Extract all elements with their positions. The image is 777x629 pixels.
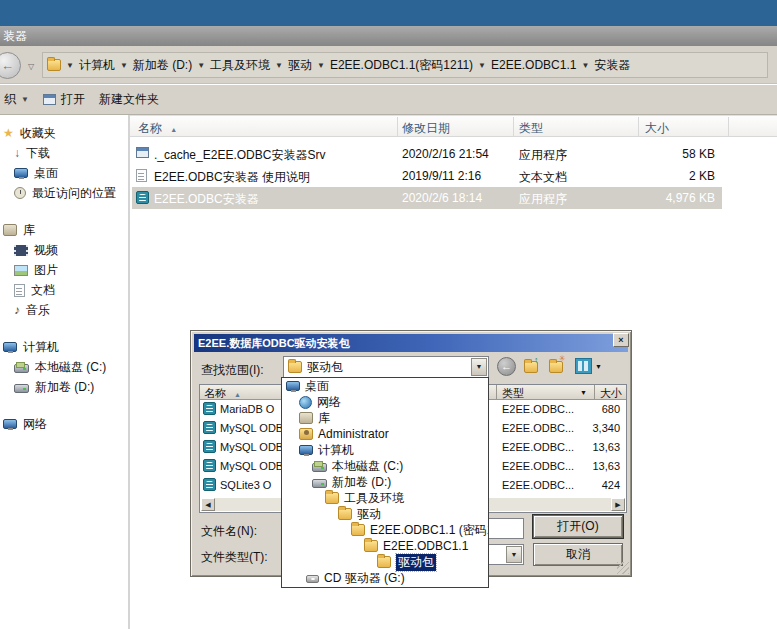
sidebar-item-libraries[interactable]: 库 [0,220,126,240]
file-type: 应用程序 [519,147,567,164]
tree-item-libraries[interactable]: 库 [282,410,488,426]
sidebar-item-computer[interactable]: 计算机 [0,337,126,357]
sidebar-item-network[interactable]: 网络 [0,414,126,434]
column-header-date[interactable]: 修改日期 [402,120,450,137]
chevron-icon: ▼ [581,61,589,70]
screenshot-root: 装器 ← ▽ ▼计算机 ▼新加卷 (D:) ▼工具及环境 ▼驱动 ▼E2EE.O… [0,0,777,629]
column-header-type[interactable]: 类型 [502,386,524,401]
file-list-header: 名称 ▲ 修改日期 类型 大小 [130,115,777,137]
sidebar-item-recent-places[interactable]: 最近访问的位置 [0,183,126,203]
sidebar-item-pictures[interactable]: 图片 [0,260,126,280]
tree-item-administrator[interactable]: Administrator [282,426,488,442]
resize-grip[interactable] [617,562,629,574]
left-arrow-icon: ◀ [205,501,210,508]
tree-item-label: 计算机 [318,442,354,459]
open-dialog-button[interactable]: 打开(O) [533,515,623,538]
filter-chevron-icon[interactable]: ▼ [580,389,587,396]
tree-item-new-volume-d[interactable]: 新加卷 (D:) [282,474,488,490]
tree-item-cd-drive-g[interactable]: CD 驱动器 (G:) [282,570,488,586]
file-row[interactable]: ._cache_E2EE.ODBC安装器Srv 2020/2/16 21:54 … [130,143,777,165]
new-folder-button[interactable]: 新建文件夹 [99,91,159,108]
tree-item-driver[interactable]: 驱动 [282,506,488,522]
tree-item-label: 本地磁盘 (C:) [332,458,403,475]
sidebar-item-label: 视频 [34,242,58,259]
back-button[interactable]: ← [497,357,516,376]
back-button[interactable]: ← [0,52,21,79]
library-icon [3,224,17,236]
sidebar-item-videos[interactable]: 视频 [0,240,126,260]
breadcrumb-item[interactable]: 计算机 [79,57,115,74]
sidebar-item-documents[interactable]: 文档 [0,280,126,300]
tree-item-desktop[interactable]: 桌面 [282,378,488,394]
dialog-close-button[interactable]: × [613,333,629,347]
file-row-selected[interactable]: E2EE.ODBC安装器 2020/2/6 18:14 应用程序 4,976 K… [130,187,777,209]
breadcrumb-item[interactable]: 安装器 [594,57,630,74]
cancel-button[interactable]: 取消 [533,543,623,566]
scroll-left-button[interactable]: ◀ [201,498,215,511]
tree-item-driver-package-selected[interactable]: 驱动包 [282,554,488,570]
sidebar-item-label: 文档 [31,282,55,299]
sidebar-item-local-disk-c[interactable]: 本地磁盘 (C:) [0,357,126,377]
column-header-name[interactable]: 名称 ▲ [204,386,241,401]
clock-icon [14,187,26,199]
sidebar-item-new-volume-d[interactable]: 新加卷 (D:) [0,377,126,397]
combo-dropdown-button[interactable]: ▼ [506,546,522,563]
drive-icon [312,463,327,472]
desktop-icon [14,168,28,178]
file-size: 680 [552,403,620,415]
tree-item-e2ee-odbc-password[interactable]: E2EE.ODBC1.1 (密码1211) [282,522,488,538]
sidebar-item-favorites[interactable]: ★ 收藏夹 [0,123,126,143]
breadcrumb-item[interactable]: E2EE.ODBC1.1(密码1211) [330,57,473,74]
combo-dropdown-button[interactable]: ▼ [471,358,487,376]
sidebar-item-desktop[interactable]: 桌面 [0,163,126,183]
nav-history-chevron-icon[interactable]: ▽ [28,62,34,71]
file-name: E2EE.ODBC安装器 [154,191,259,208]
column-header-name[interactable]: 名称 ▲ [138,120,177,137]
text-document-icon [136,169,147,182]
scroll-right-button[interactable]: ▶ [611,498,625,511]
database-file-icon [203,478,216,491]
sidebar-item-downloads[interactable]: ↓ 下载 [0,143,126,163]
chevron-icon: ▼ [317,61,325,70]
breadcrumb-item[interactable]: 新加卷 (D:) [133,57,192,74]
new-folder-mark-icon: ✳ [559,354,566,363]
tree-item-local-disk-c[interactable]: 本地磁盘 (C:) [282,458,488,474]
breadcrumb-item[interactable]: 驱动 [288,57,312,74]
sidebar-item-music[interactable]: ♪ 音乐 [0,300,126,320]
sidebar-item-label: 库 [23,222,35,239]
desktop-icon [286,381,300,391]
column-header-size[interactable]: 大小 [645,120,669,137]
network-icon [3,419,17,429]
window-titlebar: 装器 [0,26,777,46]
globe-icon [299,396,312,409]
picture-icon [14,265,28,276]
cd-drive-icon [306,575,319,583]
address-folder-icon [47,59,61,71]
command-toolbar: 织 ▼ 打开 新建文件夹 [0,85,777,115]
breadcrumb[interactable]: ▼计算机 ▼新加卷 (D:) ▼工具及环境 ▼驱动 ▼E2EE.ODBC1.1(… [42,52,768,78]
new-folder-label: 新建文件夹 [99,91,159,108]
breadcrumb-item[interactable]: 工具及环境 [210,57,270,74]
navigation-sidebar: ★ 收藏夹 ↓ 下载 桌面 最近访问的位置 库 视频 图片 [0,123,126,434]
tree-item-computer[interactable]: 计算机 [282,442,488,458]
dialog-title: E2EE.数据库ODBC驱动安装包 [198,337,350,349]
tree-item-network[interactable]: 网络 [282,394,488,410]
look-in-combobox[interactable]: 驱动包 ▼ [283,356,489,378]
file-type: 文本文档 [519,169,567,186]
tree-item-e2ee-odbc[interactable]: E2EE.ODBC1.1 [282,538,488,554]
new-folder-button[interactable]: ✳ [549,357,567,376]
file-name: ._cache_E2EE.ODBC安装器Srv [154,147,325,164]
file-row[interactable]: E2EE.ODBC安装器 使用说明 2019/9/11 2:16 文本文档 2 … [130,165,777,187]
music-note-icon: ♪ [14,304,20,316]
tree-item-tools-env[interactable]: 工具及环境 [282,490,488,506]
dialog-titlebar[interactable]: E2EE.数据库ODBC驱动安装包 [194,334,628,352]
column-header-type[interactable]: 类型 [519,120,543,137]
up-one-level-button[interactable]: ↑ [524,357,542,376]
chevron-down-icon: ▼ [511,551,518,558]
open-button[interactable]: 打开 [43,91,85,108]
organize-button[interactable]: 织 ▼ [4,91,29,108]
view-menu-button[interactable] [575,358,592,374]
breadcrumb-item[interactable]: E2EE.ODBC1.1 [491,58,576,72]
sidebar-item-label: 音乐 [26,302,50,319]
column-header-size[interactable]: 大小 [600,386,622,401]
